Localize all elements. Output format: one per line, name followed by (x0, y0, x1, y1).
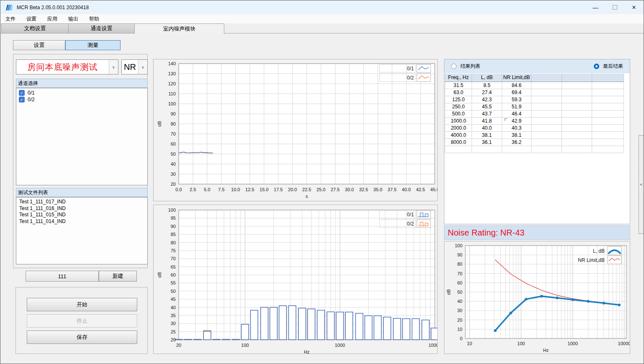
radio-results-list-icon[interactable] (451, 64, 457, 69)
menu-help[interactable]: 帮助 (89, 15, 99, 23)
svg-text:27.5: 27.5 (331, 187, 339, 192)
table-row[interactable]: 500.043.746.4 (445, 110, 624, 117)
svg-text:30.0: 30.0 (345, 187, 354, 192)
results-table[interactable]: Freq., HzL, dBNR Limit,dB31.58.584.663.0… (445, 74, 624, 153)
svg-text:10.0: 10.0 (231, 187, 240, 192)
noise-rating-text: Noise Rating: NR-43 (448, 228, 524, 238)
table-row[interactable]: 125.042.359.3 (445, 96, 624, 103)
tab-document-settings[interactable]: 文档设置 (1, 23, 68, 33)
table-row[interactable]: 63.027.469.4 (445, 89, 624, 96)
results-panel: 结果列表 最后结果 Freq., HzL, dBNR Limit,dB31.58… (444, 59, 630, 224)
svg-text:42.5: 42.5 (416, 187, 425, 192)
file-name-field[interactable]: 111 (26, 271, 99, 282)
table-row[interactable]: 1000.041.842.9 (445, 117, 624, 124)
svg-text:110: 110 (168, 91, 176, 96)
test-type-combo[interactable]: 房间本底噪声测试 ∨ (16, 59, 118, 74)
table-header: NR Limit,dB (502, 74, 531, 82)
maximize-button[interactable] (605, 0, 624, 14)
list-item[interactable]: Test 1_111_016_IND (16, 205, 147, 212)
table-row[interactable]: 31.58.584.6 (445, 82, 624, 89)
channel-item[interactable]: ✓ 0/1 (16, 90, 147, 96)
window-title: MCR Beta 2.05.0.001 20230418 (17, 5, 89, 10)
titlebar: MCR Beta 2.05.0.001 20230418 — × (0, 0, 644, 14)
radio-last-result-label: 最后结果 (603, 63, 623, 70)
start-button[interactable]: 开始 (27, 298, 137, 311)
chevron-down-icon[interactable]: ∨ (138, 60, 147, 74)
table-row[interactable]: 4000.038.138.1 (445, 131, 624, 138)
channel-label: 0/1 (28, 90, 35, 96)
run-control-group: 开始 停止 保存 (15, 287, 148, 354)
close-icon: × (632, 3, 636, 12)
svg-text:45.0: 45.0 (430, 187, 437, 192)
menu-settings[interactable]: 设置 (26, 15, 36, 23)
time-history-chart: 20304050607080901001101201301400.02.55.0… (154, 59, 437, 201)
svg-text:25.0: 25.0 (316, 187, 325, 192)
table-header: L, dB (472, 74, 502, 82)
new-button[interactable]: 新建 (99, 271, 137, 282)
svg-text:10: 10 (457, 327, 462, 332)
rating-type-combo[interactable]: NR ∨ (121, 59, 148, 74)
svg-text:1000: 1000 (335, 343, 345, 348)
checkbox-checked-icon[interactable]: ✓ (19, 97, 25, 103)
svg-text:50: 50 (171, 151, 176, 156)
tab-channel-settings[interactable]: 通道设置 (68, 23, 134, 33)
chevron-down-icon[interactable]: ∨ (109, 60, 118, 74)
svg-text:40.0: 40.0 (402, 187, 411, 192)
svg-text:70: 70 (457, 271, 462, 276)
svg-text:0/2: 0/2 (407, 75, 414, 81)
table-row[interactable]: 2000.040.040.3 (445, 124, 624, 131)
svg-text:90: 90 (171, 111, 176, 116)
save-button[interactable]: 保存 (27, 331, 137, 344)
svg-text:7.5: 7.5 (218, 187, 224, 192)
list-item[interactable]: Test 1_111_014_IND (16, 218, 147, 225)
nr-result-chart: 010203040506070809010010100100010000HzdB… (444, 241, 630, 354)
svg-text:12.5: 12.5 (245, 187, 254, 192)
channel-select-header: 通道选择 (16, 79, 148, 88)
svg-text:30: 30 (457, 308, 462, 313)
radio-last-result-icon[interactable] (594, 64, 599, 69)
channel-item[interactable]: ✓ 0/2 (16, 96, 147, 103)
stop-button: 停止 (27, 314, 137, 328)
minimize-icon: — (593, 4, 598, 11)
table-row[interactable] (445, 146, 624, 153)
svg-text:10: 10 (467, 341, 472, 346)
svg-text:20: 20 (457, 318, 462, 323)
radio-last-result[interactable]: 最后结果 (594, 63, 623, 70)
rating-type-value: NR (122, 60, 138, 74)
svg-text:NR Limit,dB: NR Limit,dB (578, 257, 605, 263)
checkbox-checked-icon[interactable]: ✓ (19, 90, 25, 96)
tab-measure[interactable]: 测量 (65, 40, 121, 50)
svg-text:Hz: Hz (543, 348, 549, 353)
svg-text:25: 25 (171, 329, 176, 334)
svg-text:20.0: 20.0 (288, 187, 297, 192)
channel-label: 0/2 (28, 97, 35, 103)
tab-room-noise-module[interactable]: 室内噪声模块 (134, 23, 224, 34)
svg-text:40: 40 (171, 305, 176, 310)
collapse-panel-button[interactable]: < (639, 135, 644, 234)
menu-bar: 文件 设置 应用 输出 帮助 (0, 14, 644, 23)
svg-text:Hz: Hz (304, 349, 309, 354)
svg-text:90: 90 (457, 252, 462, 257)
radio-results-list-label[interactable]: 结果列表 (460, 63, 480, 70)
menu-output[interactable]: 输出 (68, 15, 78, 23)
table-row[interactable]: 250.045.551.9 (445, 103, 624, 110)
svg-text:80: 80 (171, 240, 176, 245)
nr-chart-panel: 010203040506070809010010100100010000HzdB… (444, 241, 630, 354)
noise-rating-banner: Noise Rating: NR-43 (444, 226, 630, 240)
tab-setup[interactable]: 设置 (13, 40, 65, 50)
table-row[interactable]: 8000.036.136.2 (445, 138, 624, 146)
svg-text:15.0: 15.0 (259, 187, 268, 192)
channel-list: ✓ 0/1 ✓ 0/2 (16, 88, 148, 185)
list-item[interactable]: Test 1_111_017_IND (16, 199, 147, 205)
list-item[interactable]: Test 1_111_015_IND (16, 212, 147, 218)
svg-text:22.5: 22.5 (302, 187, 311, 192)
svg-text:95: 95 (171, 215, 176, 220)
menu-file[interactable]: 文件 (5, 15, 15, 23)
minimize-button[interactable]: — (586, 0, 605, 14)
close-button[interactable]: × (624, 0, 644, 14)
svg-text:s: s (305, 194, 308, 199)
svg-text:60: 60 (171, 141, 176, 146)
svg-text:100: 100 (168, 208, 176, 213)
menu-apply[interactable]: 应用 (47, 15, 57, 23)
svg-text:35: 35 (171, 313, 176, 318)
